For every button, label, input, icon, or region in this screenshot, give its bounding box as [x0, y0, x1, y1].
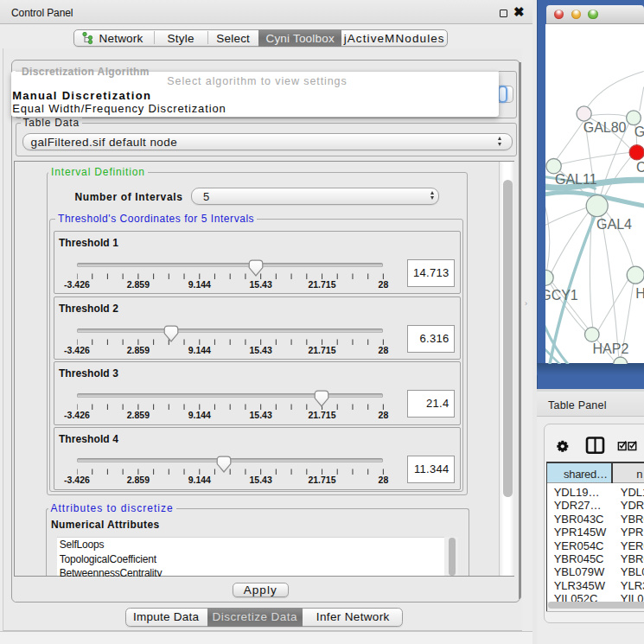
svg-text:GAL4: GAL4 — [596, 216, 632, 231]
svg-text:GAL80: GAL80 — [583, 120, 627, 135]
svg-text:C: C — [636, 160, 644, 175]
svg-text:GAL11: GAL11 — [555, 172, 597, 187]
svg-text:GCY1: GCY1 — [545, 288, 578, 303]
svg-text:HAP2: HAP2 — [593, 341, 629, 356]
svg-text:GA: GA — [634, 124, 644, 139]
svg-text:H: H — [636, 286, 644, 301]
